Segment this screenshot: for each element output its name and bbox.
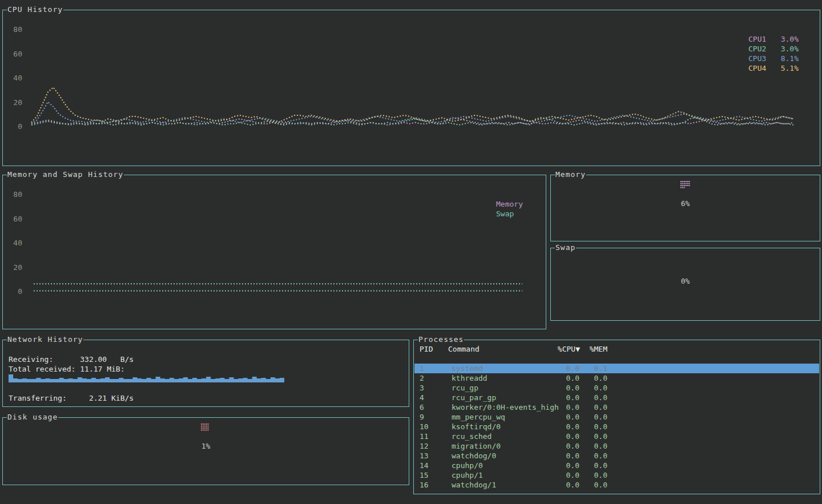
- network-history-panel: Network History Receiving: 332.00 B/s To…: [2, 340, 409, 407]
- cpu-legend-entry-4: CPU45.1%: [748, 63, 799, 73]
- process-pid: 2: [420, 373, 424, 383]
- swap-gauge-panel: Swap 0%: [550, 248, 820, 321]
- cpu-legend: CPU13.0%CPU23.0%CPU38.1%CPU45.1%: [748, 34, 799, 73]
- process-mem: 0.0: [551, 373, 607, 383]
- svg-text:20: 20: [13, 98, 22, 107]
- process-row-rcu_sched[interactable]: 11rcu_sched0.00.0: [414, 432, 819, 441]
- column-header-command[interactable]: Command: [448, 345, 480, 353]
- process-command: rcu_sched: [452, 432, 491, 441]
- process-command: rcu_par_gp: [452, 393, 496, 402]
- process-command: watchdog/0: [452, 451, 496, 461]
- memory-gauge-dots-icon: [680, 181, 691, 189]
- process-pid: 11: [420, 432, 429, 441]
- cpu-legend-value: 3.0%: [781, 34, 799, 44]
- process-mem: 0.0: [551, 412, 607, 422]
- process-pid: 10: [420, 422, 429, 432]
- process-command: watchdog/1: [452, 480, 496, 490]
- disk-usage-title: Disk usage: [7, 413, 58, 422]
- memswap-legend-memory: Memory: [496, 199, 523, 209]
- cpu-history-panel: CPU History 806040200 CPU13.0%CPU23.0%CP…: [2, 10, 820, 166]
- process-mem: 0.0: [551, 393, 607, 402]
- process-mem: 0.0: [551, 383, 607, 393]
- memswap-legend-swap: Swap: [496, 209, 523, 219]
- svg-text:20: 20: [13, 263, 22, 272]
- process-row-migration/0[interactable]: 12migration/00.00.0: [414, 441, 819, 451]
- process-command: migration/0: [452, 441, 501, 451]
- process-pid: 3: [420, 383, 424, 393]
- processes-panel: Processes PID Command %CPU▼ %MEM 1system…: [413, 340, 820, 494]
- cpu-legend-entry-3: CPU38.1%: [748, 54, 799, 63]
- cpu-legend-label: CPU2: [748, 44, 766, 54]
- process-command: systemd: [452, 364, 483, 373]
- process-command: mm_percpu_wq: [452, 412, 505, 422]
- column-header-mem[interactable]: %MEM: [551, 345, 607, 353]
- swap-gauge-title: Swap: [555, 243, 576, 252]
- process-pid: 16: [420, 480, 429, 490]
- process-pid: 12: [420, 441, 429, 451]
- network-transferring-text: Transferring: 2.21 KiB/s: [9, 394, 134, 402]
- process-pid: 9: [420, 412, 424, 422]
- memory-gauge-title: Memory: [555, 170, 586, 179]
- swap-gauge-dots-icon: [680, 254, 691, 263]
- process-row-cpuhp/1[interactable]: 15cpuhp/10.00.0: [414, 470, 819, 480]
- cpu-legend-entry-1: CPU13.0%: [748, 34, 799, 44]
- process-mem: 0.1: [551, 364, 607, 373]
- process-row-kworker/0:0H-events_high[interactable]: 6kworker/0:0H-events_high0.00.0: [414, 402, 819, 412]
- cpu-legend-entry-2: CPU23.0%: [748, 44, 799, 54]
- process-row-watchdog/1[interactable]: 16watchdog/10.00.0: [414, 480, 819, 490]
- column-header-pid[interactable]: PID: [420, 345, 433, 353]
- process-command: rcu_gp: [452, 383, 478, 393]
- svg-text:60: 60: [13, 215, 22, 223]
- svg-text:80: 80: [13, 25, 22, 34]
- process-pid: 14: [420, 461, 429, 470]
- process-row-systemd[interactable]: 1systemd0.00.1: [414, 364, 819, 373]
- disk-gauge-value: 1%: [3, 442, 409, 450]
- cpu-legend-value: 8.1%: [781, 54, 799, 63]
- process-row-kthreadd[interactable]: 2kthreadd0.00.0: [414, 373, 819, 383]
- process-row-rcu_par_gp[interactable]: 4rcu_par_gp0.00.0: [414, 393, 819, 402]
- cpu-legend-label: CPU1: [748, 34, 766, 44]
- svg-text:0: 0: [18, 287, 22, 296]
- process-pid: 1: [420, 364, 424, 373]
- memory-gauge-panel: Memory 6%: [550, 175, 820, 241]
- svg-text:0: 0: [18, 122, 22, 131]
- process-mem: 0.0: [551, 470, 607, 480]
- process-mem: 0.0: [551, 480, 607, 490]
- process-command: cpuhp/1: [452, 470, 483, 480]
- system-monitor-app: { "app": { "background": "#2b2d2d", "bor…: [0, 0, 822, 504]
- disk-usage-panel: Disk usage 1%: [2, 417, 409, 485]
- cpu-history-chart: 806040200: [3, 10, 820, 166]
- disk-gauge-dots-icon: [201, 424, 211, 432]
- process-row-watchdog/0[interactable]: 13watchdog/00.00.0: [414, 451, 819, 461]
- process-row-cpuhp/0[interactable]: 14cpuhp/00.00.0: [414, 461, 819, 470]
- processes-table-header: PID Command %CPU▼ %MEM: [414, 345, 819, 354]
- svg-text:40: 40: [13, 239, 22, 247]
- process-row-mm_percpu_wq[interactable]: 9mm_percpu_wq0.00.0: [414, 412, 819, 422]
- process-command: cpuhp/0: [452, 461, 483, 470]
- processes-title: Processes: [418, 335, 464, 344]
- processes-table-body: 1systemd0.00.12kthreadd0.00.03rcu_gp0.00…: [414, 364, 819, 490]
- memory-swap-history-chart: 806040200: [3, 175, 546, 329]
- process-mem: 0.0: [551, 432, 607, 441]
- process-pid: 4: [420, 393, 424, 402]
- cpu-legend-value: 5.1%: [781, 63, 799, 73]
- cpu-legend-value: 3.0%: [781, 44, 799, 54]
- memory-swap-legend: MemorySwap: [496, 199, 523, 219]
- process-command: ksoftirqd/0: [452, 422, 501, 432]
- memory-swap-history-panel: Memory and Swap History 806040200 Memory…: [2, 175, 546, 329]
- process-pid: 13: [420, 451, 429, 461]
- cpu-legend-label: CPU4: [748, 63, 766, 73]
- process-row-ksoftirqd/0[interactable]: 10ksoftirqd/00.00.0: [414, 422, 819, 432]
- process-mem: 0.0: [551, 402, 607, 412]
- cpu-legend-label: CPU3: [748, 54, 766, 63]
- process-command: kthreadd: [452, 373, 487, 383]
- process-pid: 15: [420, 470, 429, 480]
- svg-text:60: 60: [13, 50, 22, 58]
- svg-text:80: 80: [13, 190, 22, 199]
- svg-text:40: 40: [13, 74, 22, 82]
- process-pid: 6: [420, 402, 424, 412]
- swap-gauge-value: 0%: [551, 277, 820, 285]
- process-mem: 0.0: [551, 451, 607, 461]
- process-row-rcu_gp[interactable]: 3rcu_gp0.00.0: [414, 383, 819, 393]
- process-mem: 0.0: [551, 422, 607, 432]
